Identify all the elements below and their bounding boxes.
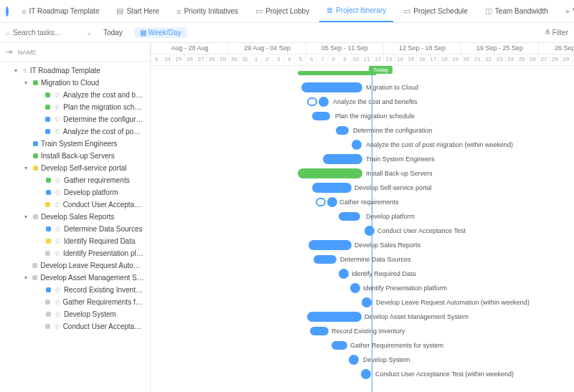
caret-icon[interactable]: ▾ [24,214,30,220]
tree-item[interactable]: ✆Plan the migration schedule [0,101,150,113]
caret-icon[interactable]: ▾ [24,165,30,171]
tab-priority-initiatives[interactable]: ≡Priority Initiatives [169,0,245,22]
tab-view[interactable]: +View [558,0,574,22]
search-input[interactable] [13,29,70,37]
tab-title[interactable]: ≡IT Roadmap Template [14,0,106,22]
gantt-bar[interactable] [331,341,347,350]
tree-item[interactable]: ✆Record Existing Inventory [0,284,150,296]
tree-item[interactable]: ▾Migration to Cloud [0,77,150,89]
tree-item[interactable]: Train System Engineers [0,138,150,150]
status-dot [46,178,51,183]
gantt-bar[interactable] [350,283,360,293]
gantt-bar[interactable] [352,140,362,150]
gantt-bar[interactable] [307,312,362,322]
tab-project-lobby[interactable]: ▭Project Lobby [248,0,316,22]
gantt-bar[interactable] [316,198,326,206]
caret-icon[interactable]: ▾ [14,67,20,74]
tree-item[interactable]: Develop Leave Request Automation [0,259,150,272]
gantt-bar[interactable] [339,212,360,221]
tree-item[interactable]: ✆Identify Required Data [0,235,150,247]
gantt-row: Develop System [151,353,574,367]
day-header: 14 [394,54,405,65]
gantt-row: Determine Data Sources [151,252,574,267]
tree-item[interactable]: Install Back-up Servers [0,150,150,162]
tree-label: Conduct User Acceptance Test [63,201,144,209]
day-header: 19 [449,54,460,65]
tab-icon: ▭ [255,6,263,16]
today-marker [372,43,372,392]
tree-item[interactable]: ▾Develop Self-service portal [0,162,150,174]
caret-icon[interactable]: ▾ [24,80,30,86]
tree-item[interactable]: ✆Develop platform [0,186,150,199]
gantt-row: Migration to Cloud [151,80,574,95]
gantt-bar[interactable] [301,82,362,92]
tab-start-here[interactable]: ▤Start Here [109,0,166,22]
gantt-bar[interactable] [298,71,377,75]
caret-icon[interactable]: ▾ [24,274,29,281]
today-button[interactable]: Today [98,27,128,38]
tree-item[interactable]: ✆Identify Presentation platform [0,247,150,259]
gantt-bar[interactable] [307,97,317,106]
gantt-bar[interactable] [339,269,349,279]
gantt-label: Record Existing Inventory [331,328,405,335]
gantt-bar[interactable] [312,112,330,120]
tree-item[interactable]: ✆Analyze the cost and benefits [0,89,150,101]
tree-item[interactable]: ✆Gather requirements [0,174,150,186]
tree-item[interactable]: ✆Gather Requirements for syst... [0,296,150,308]
gantt-bar[interactable] [349,355,359,365]
tree-item[interactable]: ▾Develop Asset Management System [0,272,150,284]
gantt-row: Train System Engineers [151,152,574,166]
tab-icon: ◫ [485,6,492,16]
gantt-label: Conduct User Acceptance Test [377,227,466,234]
gantt-bar[interactable] [361,369,371,379]
tree-item[interactable]: ✆Determine the configuration [0,113,150,125]
status-dot [33,141,38,146]
weekday-button[interactable]: ▦Week/Day [134,27,187,38]
tree-label: Record Existing Inventory [64,286,144,294]
gantt-bar[interactable] [309,240,352,250]
tree-label: Analyze the cost and benefits [63,91,144,99]
tree-item[interactable]: ✆Develop System [0,308,150,320]
week-header: 26 Sep - 02 Oct [538,43,574,54]
tree-item[interactable]: ✆Conduct User Acceptance Test [0,320,150,333]
phone-icon: ✆ [55,311,61,318]
tab-team-bandwidth[interactable]: ◫Team Bandwidth [478,0,555,22]
tree-item[interactable]: ✆Conduct User Acceptance Test [0,199,150,211]
tab-project-schedule[interactable]: ▭Project Schedule [396,0,475,22]
status-dot [33,166,38,171]
gantt-label: Analyze the cost of post migration (with… [366,141,513,148]
tree-item[interactable]: ▾≡IT Roadmap Template [0,64,150,77]
tree-label: Develop Sales Reports [41,213,114,221]
filter-button[interactable]: ≚Filter [545,29,568,37]
gantt-bar[interactable] [336,126,349,135]
gantt-bar[interactable] [362,297,372,307]
chevron-down-icon[interactable]: ⌄ [86,29,92,37]
gantt-bar[interactable] [312,183,352,193]
timeline[interactable]: Aug - 28 Aug29 Aug - 04 Sep05 Sep - 11 S… [151,43,574,392]
tree-item[interactable]: ✆Analyze the cost of post mig... [0,125,150,138]
day-header: 29 [560,54,571,65]
gantt-bar[interactable] [323,154,362,164]
tree-item[interactable]: ▾Develop Sales Reports [0,211,150,223]
tree-label: Migration to Cloud [41,79,99,87]
gantt-bar[interactable] [298,168,362,178]
search-box[interactable]: ⌕ ⌄ [6,29,92,37]
gantt-bar[interactable] [364,226,375,236]
gantt-label: Gather requirements [339,199,399,206]
gantt-bar[interactable] [319,97,329,107]
phone-icon: ✆ [55,92,60,99]
day-header: 22 [483,54,494,65]
collapse-icon[interactable]: ⇥ [6,47,12,57]
toolbar: ⌕ ⌄ Today ▦Week/Day ≚Filter [0,23,574,43]
gantt-label: Develop System [363,356,410,363]
day-header: 21 [471,54,482,65]
calendar-icon: ▦ [140,29,146,37]
app-logo-icon [6,6,9,16]
tab-project-itinerary[interactable]: ≣Project Itinerary [319,0,393,22]
gantt-bar[interactable] [310,327,329,335]
tree-label: Develop System [64,310,116,318]
day-header: 26 [527,54,537,65]
tree-item[interactable]: ✆Determine Data Sources [0,223,150,235]
gantt-bar[interactable] [327,197,337,207]
gantt-bar[interactable] [314,255,337,264]
